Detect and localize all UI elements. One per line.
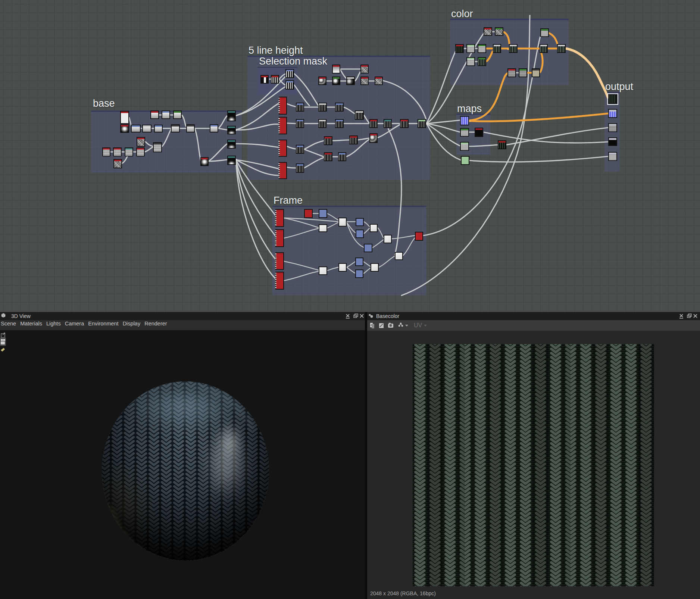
svg-text:A: A xyxy=(371,324,372,326)
svg-text:UV: UV xyxy=(414,322,422,328)
